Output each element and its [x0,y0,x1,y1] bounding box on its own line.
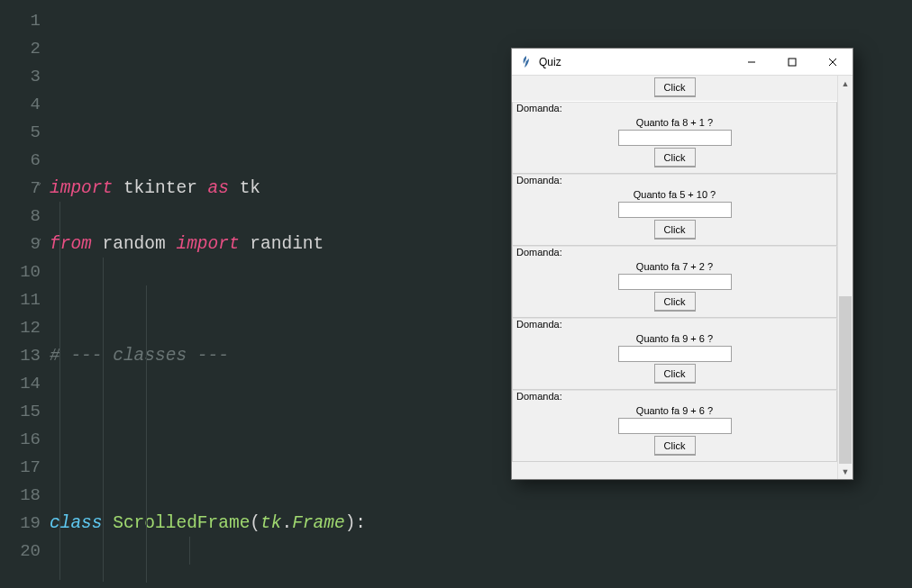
click-button[interactable]: Click [654,148,696,167]
quiz-window: Quiz Click Domanda: Quanto fa 8 + 1 ? Cl… [511,48,853,480]
answer-input[interactable] [618,130,732,146]
window-title: Quiz [539,56,731,68]
quiz-legend: Domanda: [515,247,564,258]
scroll-thumb[interactable] [839,296,852,464]
answer-input[interactable] [618,274,732,290]
answer-input[interactable] [618,346,732,362]
scroll-up-icon[interactable]: ▲ [838,76,853,91]
click-button[interactable]: Click [654,436,696,456]
answer-input[interactable] [618,418,732,434]
quiz-question: Quanto fa 9 + 6 ? [516,333,833,344]
quiz-legend: Domanda: [515,319,564,330]
scroll-track[interactable] [838,91,853,464]
quiz-item: Domanda: Quanto fa 8 + 1 ? Click [512,102,837,174]
quiz-item: Domanda: Quanto fa 5 + 10 ? Click [512,174,837,246]
quiz-item: Domanda: Quanto fa 9 + 6 ? Click [512,318,837,390]
quiz-item-partial: Click [512,77,837,102]
quiz-question: Quanto fa 5 + 10 ? [516,189,833,200]
quiz-legend: Domanda: [515,391,564,402]
titlebar[interactable]: Quiz [512,49,853,76]
quiz-legend: Domanda: [515,103,564,113]
click-button[interactable]: Click [654,364,696,384]
click-button[interactable]: Click [654,77,696,97]
quiz-content: Click Domanda: Quanto fa 8 + 1 ? Click D… [512,76,837,479]
quiz-question: Quanto fa 7 + 2 ? [516,261,833,272]
window-body: Click Domanda: Quanto fa 8 + 1 ? Click D… [512,76,853,479]
answer-input[interactable] [618,202,732,218]
click-button[interactable]: Click [654,220,696,240]
scroll-down-icon[interactable]: ▼ [838,464,853,479]
quiz-item: Domanda: Quanto fa 9 + 6 ? Click [512,390,837,462]
quiz-question: Quanto fa 8 + 1 ? [516,117,833,128]
maximize-button[interactable] [771,49,812,76]
minimize-button[interactable] [731,49,771,76]
quiz-legend: Domanda: [515,175,564,185]
scrollbar[interactable]: ▲ ▼ [837,76,853,479]
quiz-question: Quanto fa 9 + 6 ? [516,405,833,416]
svg-rect-1 [789,59,796,66]
line-gutter: 1 2 3 4 5 6 7 8 9 10 11 12 13 14 15 16 1… [0,0,50,588]
tk-feather-icon [519,55,534,69]
click-button[interactable]: Click [654,292,696,312]
quiz-item: Domanda: Quanto fa 7 + 2 ? Click [512,246,837,318]
close-button[interactable] [812,49,853,76]
